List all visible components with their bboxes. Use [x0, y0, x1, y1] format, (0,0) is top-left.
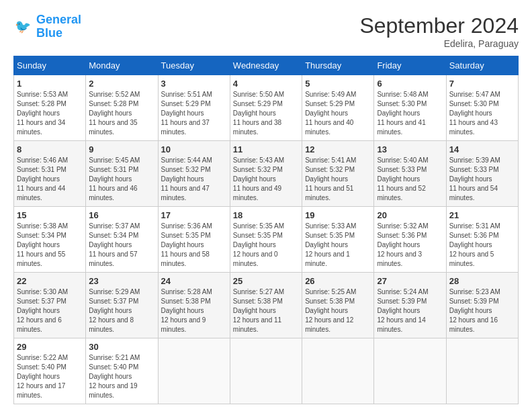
day-number: 1 [17, 79, 83, 89]
day-number: 30 [89, 342, 154, 352]
day-info: Sunrise: 5:27 AM Sunset: 5:38 PM Dayligh… [233, 287, 299, 334]
calendar-table: SundayMondayTuesdayWednesdayThursdayFrid… [13, 56, 519, 404]
day-info: Sunrise: 5:21 AM Sunset: 5:40 PM Dayligh… [89, 353, 154, 400]
weekday-header: Saturday [446, 56, 518, 75]
day-info: Sunrise: 5:35 AM Sunset: 5:35 PM Dayligh… [233, 222, 299, 269]
calendar-cell: 10 Sunrise: 5:44 AM Sunset: 5:32 PM Dayl… [158, 141, 230, 207]
calendar-cell [302, 338, 374, 404]
day-info: Sunrise: 5:47 AM Sunset: 5:30 PM Dayligh… [449, 90, 515, 137]
day-number: 16 [89, 210, 154, 220]
weekday-header: Thursday [302, 56, 374, 75]
calendar-cell: 20 Sunrise: 5:32 AM Sunset: 5:36 PM Dayl… [374, 207, 446, 273]
calendar-cell: 6 Sunrise: 5:48 AM Sunset: 5:30 PM Dayli… [374, 75, 446, 141]
day-info: Sunrise: 5:48 AM Sunset: 5:30 PM Dayligh… [377, 90, 443, 137]
calendar-cell: 15 Sunrise: 5:38 AM Sunset: 5:34 PM Dayl… [14, 207, 86, 273]
location-subtitle: Edelira, Paraguay [359, 38, 519, 49]
day-info: Sunrise: 5:36 AM Sunset: 5:35 PM Dayligh… [161, 222, 227, 269]
day-info: Sunrise: 5:41 AM Sunset: 5:32 PM Dayligh… [305, 156, 371, 203]
calendar-cell: 4 Sunrise: 5:50 AM Sunset: 5:29 PM Dayli… [230, 75, 302, 141]
calendar-week-row: 15 Sunrise: 5:38 AM Sunset: 5:34 PM Dayl… [14, 207, 519, 273]
day-number: 26 [305, 276, 371, 286]
calendar-cell [374, 338, 446, 404]
day-info: Sunrise: 5:49 AM Sunset: 5:29 PM Dayligh… [305, 90, 371, 137]
weekday-header: Wednesday [230, 56, 302, 75]
calendar-cell: 8 Sunrise: 5:46 AM Sunset: 5:31 PM Dayli… [14, 141, 86, 207]
day-info: Sunrise: 5:46 AM Sunset: 5:31 PM Dayligh… [17, 156, 83, 203]
day-number: 28 [449, 276, 515, 286]
day-info: Sunrise: 5:37 AM Sunset: 5:34 PM Dayligh… [89, 222, 154, 269]
calendar-cell: 25 Sunrise: 5:27 AM Sunset: 5:38 PM Dayl… [230, 273, 302, 338]
logo: 🐦 General Blue [13, 13, 81, 40]
day-info: Sunrise: 5:24 AM Sunset: 5:39 PM Dayligh… [377, 287, 443, 334]
calendar-cell: 19 Sunrise: 5:33 AM Sunset: 5:35 PM Dayl… [302, 207, 374, 273]
day-number: 17 [161, 210, 227, 220]
day-info: Sunrise: 5:30 AM Sunset: 5:37 PM Dayligh… [17, 287, 83, 334]
calendar-week-row: 22 Sunrise: 5:30 AM Sunset: 5:37 PM Dayl… [14, 273, 519, 338]
day-info: Sunrise: 5:31 AM Sunset: 5:36 PM Dayligh… [449, 222, 515, 269]
calendar-cell: 11 Sunrise: 5:43 AM Sunset: 5:32 PM Dayl… [230, 141, 302, 207]
day-number: 18 [233, 210, 299, 220]
day-info: Sunrise: 5:22 AM Sunset: 5:40 PM Dayligh… [17, 353, 83, 400]
day-number: 7 [449, 79, 515, 89]
calendar-cell: 30 Sunrise: 5:21 AM Sunset: 5:40 PM Dayl… [86, 338, 158, 404]
calendar-cell [158, 338, 230, 404]
calendar-cell: 29 Sunrise: 5:22 AM Sunset: 5:40 PM Dayl… [14, 338, 86, 404]
day-number: 6 [377, 79, 443, 89]
day-info: Sunrise: 5:52 AM Sunset: 5:28 PM Dayligh… [89, 90, 154, 137]
day-number: 2 [89, 79, 154, 89]
logo-text: General Blue [36, 13, 81, 40]
day-number: 3 [161, 79, 227, 89]
day-info: Sunrise: 5:39 AM Sunset: 5:33 PM Dayligh… [449, 156, 515, 203]
day-number: 15 [17, 210, 83, 220]
calendar-cell: 21 Sunrise: 5:31 AM Sunset: 5:36 PM Dayl… [446, 207, 518, 273]
calendar-cell: 16 Sunrise: 5:37 AM Sunset: 5:34 PM Dayl… [86, 207, 158, 273]
day-info: Sunrise: 5:50 AM Sunset: 5:29 PM Dayligh… [233, 90, 299, 137]
day-info: Sunrise: 5:51 AM Sunset: 5:29 PM Dayligh… [161, 90, 227, 137]
calendar-cell: 24 Sunrise: 5:28 AM Sunset: 5:38 PM Dayl… [158, 273, 230, 338]
day-info: Sunrise: 5:43 AM Sunset: 5:32 PM Dayligh… [233, 156, 299, 203]
weekday-header: Friday [374, 56, 446, 75]
day-info: Sunrise: 5:53 AM Sunset: 5:28 PM Dayligh… [17, 90, 83, 137]
weekday-header: Sunday [14, 56, 86, 75]
day-number: 8 [17, 144, 83, 154]
calendar-cell: 23 Sunrise: 5:29 AM Sunset: 5:37 PM Dayl… [86, 273, 158, 338]
day-info: Sunrise: 5:40 AM Sunset: 5:33 PM Dayligh… [377, 156, 443, 203]
calendar-cell [446, 338, 518, 404]
day-info: Sunrise: 5:32 AM Sunset: 5:36 PM Dayligh… [377, 222, 443, 269]
month-title: September 2024 [359, 13, 519, 38]
day-info: Sunrise: 5:25 AM Sunset: 5:38 PM Dayligh… [305, 287, 371, 334]
day-info: Sunrise: 5:38 AM Sunset: 5:34 PM Dayligh… [17, 222, 83, 269]
day-number: 13 [377, 144, 443, 154]
day-info: Sunrise: 5:29 AM Sunset: 5:37 PM Dayligh… [89, 287, 154, 334]
day-number: 24 [161, 276, 227, 286]
calendar-cell: 28 Sunrise: 5:23 AM Sunset: 5:39 PM Dayl… [446, 273, 518, 338]
calendar-cell: 7 Sunrise: 5:47 AM Sunset: 5:30 PM Dayli… [446, 75, 518, 141]
calendar-cell: 14 Sunrise: 5:39 AM Sunset: 5:33 PM Dayl… [446, 141, 518, 207]
calendar-cell: 27 Sunrise: 5:24 AM Sunset: 5:39 PM Dayl… [374, 273, 446, 338]
day-number: 21 [449, 210, 515, 220]
day-number: 11 [233, 144, 299, 154]
day-info: Sunrise: 5:28 AM Sunset: 5:38 PM Dayligh… [161, 287, 227, 334]
logo-icon: 🐦 [13, 17, 34, 37]
day-info: Sunrise: 5:23 AM Sunset: 5:39 PM Dayligh… [449, 287, 515, 334]
calendar-cell: 22 Sunrise: 5:30 AM Sunset: 5:37 PM Dayl… [14, 273, 86, 338]
page-header: 🐦 General Blue September 2024 Edelira, P… [13, 13, 519, 49]
svg-text:🐦: 🐦 [15, 18, 32, 34]
day-number: 10 [161, 144, 227, 154]
day-number: 20 [377, 210, 443, 220]
day-number: 23 [89, 276, 154, 286]
day-info: Sunrise: 5:33 AM Sunset: 5:35 PM Dayligh… [305, 222, 371, 269]
weekday-header: Tuesday [158, 56, 230, 75]
calendar-cell: 2 Sunrise: 5:52 AM Sunset: 5:28 PM Dayli… [86, 75, 158, 141]
calendar-cell: 9 Sunrise: 5:45 AM Sunset: 5:31 PM Dayli… [86, 141, 158, 207]
calendar-cell [230, 338, 302, 404]
day-number: 4 [233, 79, 299, 89]
day-number: 14 [449, 144, 515, 154]
title-area: September 2024 Edelira, Paraguay [359, 13, 519, 49]
calendar-cell: 18 Sunrise: 5:35 AM Sunset: 5:35 PM Dayl… [230, 207, 302, 273]
calendar-cell: 26 Sunrise: 5:25 AM Sunset: 5:38 PM Dayl… [302, 273, 374, 338]
day-number: 9 [89, 144, 154, 154]
calendar-week-row: 29 Sunrise: 5:22 AM Sunset: 5:40 PM Dayl… [14, 338, 519, 404]
calendar-cell: 13 Sunrise: 5:40 AM Sunset: 5:33 PM Dayl… [374, 141, 446, 207]
day-number: 12 [305, 144, 371, 154]
